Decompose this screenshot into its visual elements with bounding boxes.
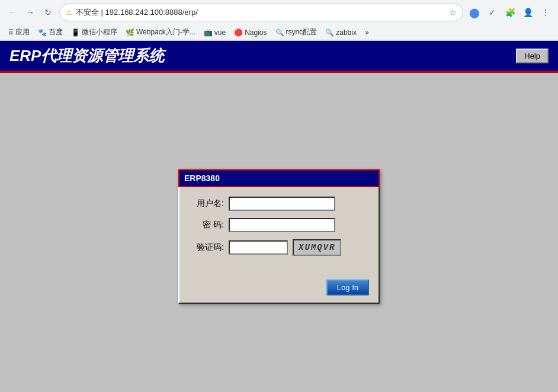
nav-buttons: ← → ↻: [5, 5, 56, 20]
nagios-icon: 🔴: [234, 28, 243, 37]
captcha-input[interactable]: [229, 240, 288, 255]
help-button[interactable]: Help: [516, 49, 549, 63]
browser-toolbar: ← → ↻ ⚠ 不安全 | 192.168.242.100:8888/erp/ …: [0, 0, 558, 25]
bookmark-webpack[interactable]: 🌿 Webpack入门-学...: [122, 26, 199, 38]
zabbix-icon: 🔍: [325, 28, 334, 37]
back-button[interactable]: ←: [5, 5, 20, 20]
page-content: ERP8380 用户名: 密 码: 验证码: XUMQVR Log In: [0, 73, 558, 392]
bookmark-apps[interactable]: ⠿ 应用: [5, 26, 33, 38]
lock-icon: ⚠: [66, 8, 72, 17]
bookmark-wechat[interactable]: 📱 微信小程序: [68, 26, 121, 38]
check-icon[interactable]: ✓: [485, 5, 500, 20]
bookmark-zabbix[interactable]: 🔍 zabbix: [322, 27, 360, 38]
star-icon[interactable]: ☆: [449, 8, 457, 17]
dialog-body: 用户名: 密 码: 验证码: XUMQVR: [179, 187, 379, 275]
chrome-icon[interactable]: ⬤: [467, 5, 482, 20]
wechat-icon: 📱: [71, 28, 80, 37]
menu-icon[interactable]: ⋮: [538, 5, 553, 20]
bookmark-rsync[interactable]: 🔍 rsync配置: [272, 26, 321, 38]
bookmark-more[interactable]: »: [361, 27, 373, 38]
browser-chrome: ← → ↻ ⚠ 不安全 | 192.168.242.100:8888/erp/ …: [0, 0, 558, 41]
password-row: 密 码:: [191, 218, 367, 232]
app-title: ERP代理资源管理系统: [9, 46, 164, 66]
profile-icon[interactable]: 👤: [520, 5, 535, 20]
captcha-row: 验证码: XUMQVR: [191, 239, 367, 256]
password-input[interactable]: [229, 218, 335, 232]
login-button[interactable]: Log In: [326, 279, 369, 295]
webpack-icon: 🌿: [126, 28, 134, 37]
extensions-icon[interactable]: 🧩: [502, 5, 518, 20]
address-bar[interactable]: ⚠ 不安全 | 192.168.242.100:8888/erp/ ☆: [59, 4, 463, 21]
dialog-titlebar: ERP8380: [178, 169, 380, 187]
username-label: 用户名:: [191, 198, 224, 209]
baidu-icon: 🐾: [38, 28, 47, 37]
app-header: ERP代理资源管理系统 Help: [0, 41, 558, 73]
rsync-icon: 🔍: [275, 28, 284, 37]
dialog-footer: Log In: [179, 275, 379, 303]
bookmark-vue[interactable]: 📺 vue: [200, 27, 229, 38]
address-text: 不安全 | 192.168.242.100:8888/erp/: [76, 7, 445, 18]
captcha-label: 验证码:: [191, 242, 224, 253]
password-label: 密 码:: [191, 220, 224, 230]
reload-button[interactable]: ↻: [40, 5, 56, 20]
username-row: 用户名:: [191, 197, 367, 211]
apps-icon: ⠿: [8, 28, 14, 37]
captcha-image[interactable]: XUMQVR: [293, 239, 341, 256]
login-dialog: ERP8380 用户名: 密 码: 验证码: XUMQVR Log In: [178, 169, 380, 304]
browser-actions: ⬤ ✓ 🧩 👤 ⋮: [467, 5, 553, 20]
username-input[interactable]: [229, 197, 335, 211]
forward-button[interactable]: →: [23, 5, 38, 20]
bookmarks-bar: ⠿ 应用 🐾 百度 📱 微信小程序 🌿 Webpack入门-学... 📺 vue…: [0, 25, 558, 40]
vue-icon: 📺: [204, 28, 213, 37]
bookmark-baidu[interactable]: 🐾 百度: [34, 26, 66, 38]
captcha-container: XUMQVR: [229, 239, 341, 256]
bookmark-nagios[interactable]: 🔴 Nagios: [230, 27, 270, 38]
